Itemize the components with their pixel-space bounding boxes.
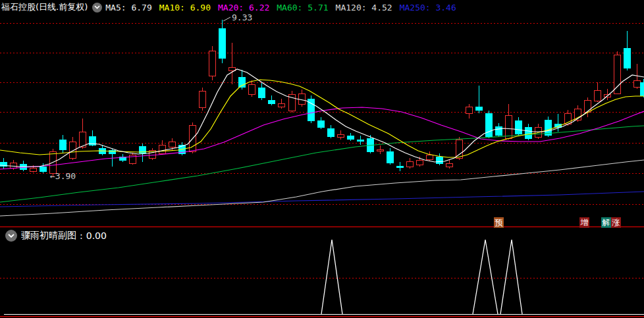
ma-legend-item: MA60: 5.71 (277, 3, 328, 13)
main-chart-canvas[interactable] (0, 0, 644, 228)
stock-title: 福石控股(日线.前复权) (1, 1, 88, 13)
sub-panel-header: 骤雨初晴副图 : 0.00 (5, 230, 107, 242)
chart-header: 福石控股(日线.前复权) MA5: 6.79MA10: 6.90MA20: 6.… (1, 1, 456, 13)
high-price-label: 9.33 (232, 13, 252, 22)
ma-legend-item: MA10: 6.90 (159, 3, 211, 13)
ma-legend-item: MA20: 6.22 (218, 3, 269, 13)
badge-yu[interactable]: 预 (494, 217, 504, 228)
low-price-label: ←3.90 (50, 171, 76, 181)
indicator-name: 骤雨初晴副图 (21, 230, 76, 242)
badge-zhang[interactable]: 涨 (611, 217, 621, 228)
ma-legend-item: MA250: 3.46 (400, 3, 456, 13)
chevron-down-icon[interactable] (92, 3, 102, 13)
app-root: 福石控股(日线.前复权) MA5: 6.79MA10: 6.90MA20: 6.… (0, 0, 644, 318)
indicator-value: 0.00 (86, 230, 107, 241)
chevron-down-icon[interactable] (5, 230, 17, 242)
ma-legend: MA5: 6.79MA10: 6.90MA20: 6.22MA60: 5.71M… (105, 3, 456, 13)
ma-legend-item: MA120: 4.52 (336, 3, 392, 13)
badge-jie[interactable]: 解 (601, 217, 611, 228)
ma-legend-item: MA5: 6.79 (105, 3, 151, 13)
badge-zeng[interactable]: 增 (579, 217, 589, 228)
indicator-colon: : (80, 230, 83, 241)
